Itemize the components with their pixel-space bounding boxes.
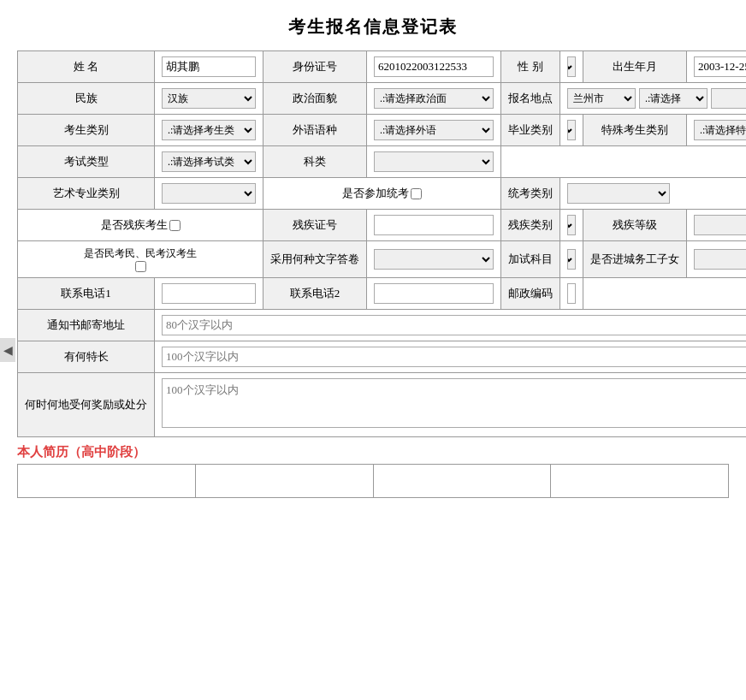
disabled-type-label: 残疾类别: [501, 210, 560, 241]
art-label: 艺术专业类别: [18, 178, 155, 210]
name-input[interactable]: [162, 56, 256, 77]
disabled-level-value-cell: [687, 210, 747, 241]
registration-label: 报名地点: [501, 83, 560, 115]
row-specialty: 有何特长: [18, 341, 747, 373]
political-value-cell: .:请选择政治面 中共党员 团员 群众: [367, 83, 501, 115]
extra-subject-select[interactable]: [567, 249, 576, 270]
id-card-value-cell: [367, 51, 501, 83]
test-type-select[interactable]: .:请选择考试类: [162, 151, 256, 172]
specialty-input[interactable]: [162, 347, 746, 367]
row-art: 艺术专业类别 是否参加统考 统考类别: [18, 178, 747, 210]
answer-method-select[interactable]: [374, 249, 494, 270]
migrant-select[interactable]: [694, 249, 746, 270]
phone1-input[interactable]: [162, 283, 256, 304]
subject-select[interactable]: [374, 151, 494, 172]
political-select[interactable]: .:请选择政治面 中共党员 团员 群众: [374, 88, 494, 109]
special-value-cell: .:请选择特: [687, 115, 747, 146]
row-phone: 联系电话1 联系电话2 邮政编码: [18, 278, 747, 310]
gender-value-cell: 男 女: [560, 51, 583, 83]
id-card-input[interactable]: [374, 56, 494, 77]
special-label: 特殊考生类别: [583, 115, 687, 146]
answer-method-value-cell: [367, 241, 501, 278]
art-value-cell: [155, 178, 263, 210]
disabled-cell: 是否残疾考生: [18, 210, 263, 241]
resume-table: [17, 464, 729, 498]
registration-sub-select[interactable]: .:请选择: [639, 88, 708, 109]
nation-select[interactable]: 汉族 回族 藏族: [162, 88, 256, 109]
unified-cell: 是否参加统考: [263, 178, 501, 210]
disabled-id-label: 残疾证号: [263, 210, 367, 241]
address-input[interactable]: [162, 315, 746, 335]
migrant-value-cell: [687, 241, 747, 278]
postal-input[interactable]: [567, 283, 576, 304]
resume-cell-1: [18, 465, 196, 498]
migrant-label: 是否进城务工子女: [583, 241, 687, 278]
unified-label: 是否参加统考: [342, 186, 409, 201]
foreign-lang-value-cell: .:请选择外语: [367, 115, 501, 146]
disabled-id-input[interactable]: [374, 215, 494, 235]
row-address: 通知书邮寄地址: [18, 310, 747, 341]
row-test-type: 考试类型 .:请选择考试类 科类: [18, 146, 747, 178]
subject-value-cell: [367, 146, 501, 178]
nation-label: 民族: [18, 83, 155, 115]
disabled-type-value-cell: [560, 210, 583, 241]
award-value-cell: [155, 373, 747, 437]
address-label: 通知书邮寄地址: [18, 310, 155, 341]
minority-label: 是否民考民、民考汉考生: [84, 246, 197, 261]
art-select[interactable]: [162, 183, 256, 204]
test-type-label: 考试类型: [18, 146, 155, 178]
resume-row: [18, 465, 729, 498]
page-container: ◀ 考生报名信息登记表 姓 名 身份证号 性 别 男 女 出生年月: [0, 0, 746, 700]
row-exam-type: 考生类别 .:请选择考生类 外语语种 .:请选择外语 毕业类别 .:请选择毕业类…: [18, 115, 747, 146]
disabled-type-select[interactable]: [567, 215, 576, 235]
political-label: 政治面貌: [263, 83, 367, 115]
row-award: 何时何地受何奖励或处分: [18, 373, 747, 437]
exam-type-value-cell: .:请选择考生类: [155, 115, 263, 146]
subject-label: 科类: [263, 146, 367, 178]
grad-type-value-cell: .:请选择毕业类: [560, 115, 583, 146]
phone2-label: 联系电话2: [263, 278, 367, 310]
birth-label: 出生年月: [583, 51, 687, 83]
disabled-id-value-cell: [367, 210, 501, 241]
row-minority: 是否民考民、民考汉考生 采用何种文字答卷 加试科目 是否进城务工子女: [18, 241, 747, 278]
name-label: 姓 名: [18, 51, 155, 83]
extra-subject-value-cell: [560, 241, 583, 278]
disabled-level-select[interactable]: [694, 215, 746, 235]
birth-value-cell: [687, 51, 747, 83]
disabled-checkbox[interactable]: [169, 220, 181, 231]
resume-section-title: 本人简历（高中阶段）: [0, 437, 746, 464]
form-table: 姓 名 身份证号 性 别 男 女 出生年月 民族: [17, 50, 746, 437]
foreign-lang-select[interactable]: .:请选择外语: [374, 120, 494, 140]
test-type-value-cell: .:请选择考试类: [155, 146, 263, 178]
gender-select[interactable]: 男 女: [567, 56, 576, 77]
row-nation: 民族 汉族 回族 藏族 政治面貌 .:请选择政治面 中共党员 团员 群众 报名地…: [18, 83, 747, 115]
nation-value-cell: 汉族 回族 藏族: [155, 83, 263, 115]
specialty-value-cell: [155, 341, 747, 373]
row-disabled: 是否残疾考生 残疾证号 残疾类别 残疾等级: [18, 210, 747, 241]
stats-select[interactable]: [567, 183, 670, 204]
grad-type-select[interactable]: .:请选择毕业类: [567, 120, 576, 140]
award-label: 何时何地受何奖励或处分: [18, 373, 155, 437]
exam-type-select[interactable]: .:请选择考生类: [162, 120, 256, 140]
resume-cell-4: [551, 465, 729, 498]
unified-checkbox[interactable]: [411, 188, 422, 199]
postal-label: 邮政编码: [501, 278, 560, 310]
phone2-input[interactable]: [374, 283, 494, 304]
award-textarea[interactable]: [162, 378, 746, 428]
birth-input[interactable]: [694, 56, 746, 77]
answer-method-label: 采用何种文字答卷: [263, 241, 367, 278]
minority-checkbox[interactable]: [135, 261, 146, 272]
special-select[interactable]: .:请选择特: [694, 120, 746, 140]
grad-type-label: 毕业类别: [501, 115, 560, 146]
registration-detail-select[interactable]: [711, 88, 746, 109]
phone2-value-cell: [367, 278, 501, 310]
row-name: 姓 名 身份证号 性 别 男 女 出生年月: [18, 51, 747, 83]
resume-cell-2: [195, 465, 373, 498]
phone1-label: 联系电话1: [18, 278, 155, 310]
registration-city-select[interactable]: 兰州市: [567, 88, 636, 109]
gender-label: 性 别: [501, 51, 560, 83]
resume-cell-3: [373, 465, 551, 498]
disabled-label: 是否残疾考生: [101, 217, 168, 233]
stats-label: 统考类别: [501, 178, 560, 210]
side-arrow[interactable]: ◀: [0, 338, 15, 362]
